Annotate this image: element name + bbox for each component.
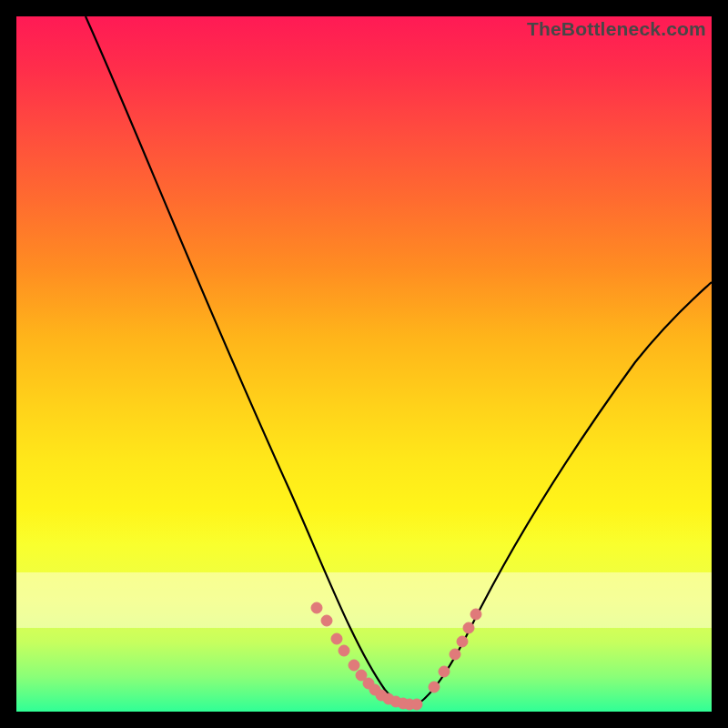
svg-point-15 <box>439 666 450 677</box>
svg-point-1 <box>321 615 332 626</box>
watermark-text: TheBottleneck.com <box>527 18 706 40</box>
svg-point-0 <box>311 602 322 613</box>
chart-frame: TheBottleneck.com <box>16 16 712 712</box>
curve-right <box>410 282 712 708</box>
svg-point-19 <box>470 609 481 620</box>
svg-point-3 <box>339 645 349 656</box>
svg-point-2 <box>331 633 342 644</box>
svg-point-18 <box>463 622 474 633</box>
svg-point-16 <box>450 649 460 660</box>
scatter-dots <box>311 602 481 710</box>
curve-left <box>86 16 410 708</box>
svg-point-13 <box>411 699 422 710</box>
svg-point-4 <box>349 660 359 671</box>
svg-point-14 <box>429 682 440 693</box>
chart-svg <box>16 16 712 712</box>
svg-point-17 <box>457 636 468 647</box>
